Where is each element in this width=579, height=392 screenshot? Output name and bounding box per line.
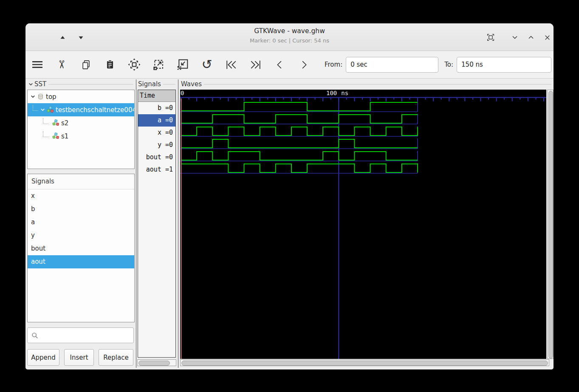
sst-node-label: s2	[61, 119, 68, 127]
sst-node-testbenchschaltnetze004[interactable]: testbenchschaltnetze004	[28, 103, 134, 116]
svg-text:0: 0	[181, 90, 184, 96]
name-row-bout[interactable]: bout =0	[138, 151, 175, 164]
wave-trace-x	[181, 127, 418, 135]
signal-list-item-b[interactable]: b	[28, 203, 134, 216]
zoom-out-icon[interactable]	[151, 55, 166, 74]
gtkwave-window: GTKWave - wave.ghw Marker: 0 sec | Curso…	[25, 23, 554, 369]
pane-divider-left[interactable]	[136, 79, 136, 368]
close-icon[interactable]	[542, 32, 553, 43]
cut-icon[interactable]: ✂	[54, 55, 69, 74]
name-row-x[interactable]: x =0	[138, 127, 175, 139]
names-horizontal-scrollbar-thumb[interactable]	[138, 361, 170, 366]
search-input[interactable]	[41, 331, 133, 340]
zoom-fit-icon[interactable]	[127, 55, 142, 74]
signal-list-item-x[interactable]: x	[28, 189, 134, 203]
fast-backward-icon[interactable]	[223, 55, 239, 74]
name-row-aout[interactable]: aout =1	[138, 164, 175, 176]
sst-tree: toptestbenchschaltnetze004s2s1	[27, 90, 135, 169]
names-panel: Time b =0a =0x =0y =0bout =0aout =1	[138, 90, 176, 358]
wave-canvas[interactable]: 0100ns	[180, 90, 546, 359]
waves-frame-label: Waves	[181, 80, 551, 88]
sst-node-label: top	[46, 93, 56, 101]
minimize-icon[interactable]	[509, 32, 520, 43]
sst-frame-label: SST	[28, 80, 133, 88]
signal-list-item-y[interactable]: y	[28, 229, 134, 242]
zoom-in-icon[interactable]	[175, 55, 190, 74]
append-button[interactable]: Append	[27, 349, 59, 366]
wave-trace-y	[181, 139, 418, 148]
signals-list-panel: Signals xbayboutaout	[27, 174, 135, 322]
replace-button[interactable]: Replace	[99, 349, 133, 366]
pane-divider-right[interactable]	[178, 79, 178, 368]
wave-trace-bout	[181, 152, 418, 160]
fast-forward-icon[interactable]	[248, 55, 263, 74]
sst-node-s1[interactable]: s1	[28, 130, 134, 143]
insert-button[interactable]: Insert	[64, 349, 94, 366]
instance-icon	[51, 119, 60, 127]
sst-node-label: testbenchschaltnetze004	[56, 106, 134, 114]
signal-list-item-bout[interactable]: bout	[28, 242, 134, 255]
wave-trace-a	[181, 115, 418, 123]
fullscreen-icon[interactable]	[485, 32, 496, 43]
from-label: From:	[325, 61, 342, 68]
tree-connector	[33, 105, 38, 111]
names-horizontal-scrollbar[interactable]	[137, 359, 176, 366]
wave-vertical-scrollbar-thumb[interactable]	[548, 91, 553, 358]
toolbar: ✂↺ From: To:	[25, 51, 554, 79]
to-label: To:	[444, 61, 453, 68]
name-row-y[interactable]: y =0	[138, 139, 175, 151]
to-input[interactable]	[457, 57, 551, 73]
tree-expander-icon[interactable]	[30, 94, 36, 99]
tree-connector	[43, 131, 48, 137]
signal-list-item-aout[interactable]: aout	[28, 255, 134, 268]
step-right-icon[interactable]	[296, 55, 311, 74]
sst-node-s2[interactable]: s2	[28, 116, 134, 130]
svg-text:100: 100	[326, 90, 337, 96]
search-icon	[31, 332, 39, 339]
instance-icon	[51, 133, 60, 140]
name-row-a[interactable]: a =0	[138, 114, 175, 127]
wave-trace-aout	[181, 164, 418, 172]
step-left-icon[interactable]	[272, 55, 287, 74]
time-column-header[interactable]: Time	[138, 90, 175, 102]
names-frame-label: Signals	[138, 80, 175, 88]
window-title: GTKWave - wave.ghw	[25, 27, 554, 35]
name-row-b[interactable]: b =0	[138, 102, 175, 114]
tree-expander-icon[interactable]	[40, 107, 46, 113]
signal-search	[27, 327, 134, 343]
copy-icon[interactable]	[78, 55, 93, 74]
wave-horizontal-scrollbar-thumb[interactable]	[181, 361, 548, 366]
wave-vertical-scrollbar[interactable]	[547, 90, 554, 359]
signals-list-header: Signals	[28, 174, 134, 189]
instance-icon	[46, 106, 54, 113]
sst-node-top[interactable]: top	[28, 90, 134, 103]
titlebar: GTKWave - wave.ghw Marker: 0 sec | Curso…	[25, 23, 554, 51]
sst-node-label: s1	[61, 133, 68, 140]
wave-trace-b	[181, 102, 418, 111]
menu-icon[interactable]	[30, 55, 45, 74]
module-icon	[36, 93, 45, 100]
marker-cursor-status: Marker: 0 sec | Cursor: 54 ns	[25, 37, 554, 44]
from-input[interactable]	[346, 57, 438, 73]
wave-horizontal-scrollbar[interactable]	[180, 359, 549, 366]
undo-icon[interactable]: ↺	[199, 55, 215, 74]
maximize-icon[interactable]	[525, 32, 537, 43]
sst-collapse-icon[interactable]	[28, 82, 34, 87]
tree-connector	[43, 118, 48, 124]
signal-list-item-a[interactable]: a	[28, 216, 134, 229]
paste-icon[interactable]	[102, 55, 118, 74]
svg-text:ns: ns	[341, 90, 348, 96]
